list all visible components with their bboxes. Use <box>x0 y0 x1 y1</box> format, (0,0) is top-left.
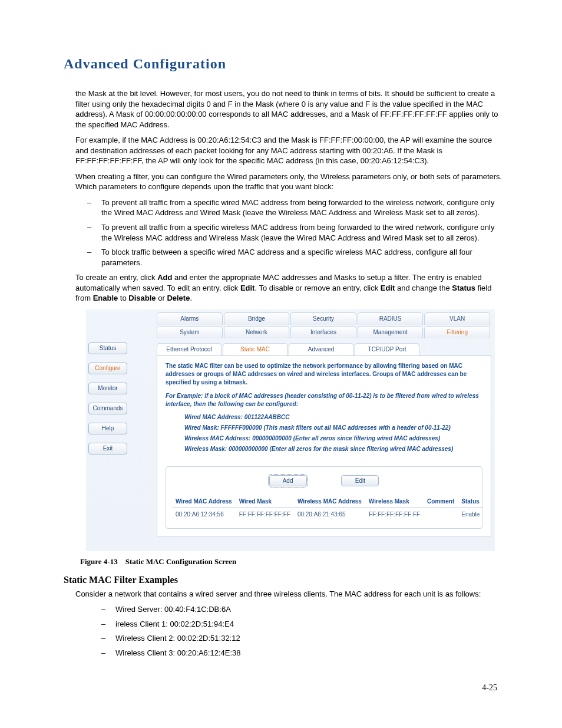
list-item: Wireless Client 2: 00:02:2D:51:32:12 <box>101 633 503 644</box>
tab-radius[interactable]: RADIUS <box>358 312 424 325</box>
cell-wired-mac: 00:20:A6:12:34:56 <box>172 507 236 521</box>
col-wireless-mask: Wireless Mask <box>365 496 424 508</box>
code-line: Wireless MAC Address: 000000000000 (Ente… <box>184 434 482 443</box>
nav-status[interactable]: Status <box>88 342 127 354</box>
table-header-row: Wired MAC Address Wired Mask Wireless MA… <box>172 496 483 508</box>
sidebar-nav: Status Configure Monitor Commands Help E… <box>88 342 128 463</box>
tab-bridge[interactable]: Bridge <box>224 312 290 325</box>
subtab-row: Ethernet Protocol Static MAC Advanced TC… <box>157 343 491 356</box>
paragraph: When creating a filter, you can configur… <box>75 172 503 192</box>
tab-row-2: System Network Interfaces Management Fil… <box>157 326 491 338</box>
cell-wireless-mac: 00:20:A6:21:43:65 <box>294 507 365 521</box>
paragraph: To create an entry, click Add and enter … <box>75 272 503 304</box>
tab-interfaces[interactable]: Interfaces <box>290 326 356 338</box>
nav-monitor[interactable]: Monitor <box>88 383 127 394</box>
tab-security[interactable]: Security <box>290 312 356 325</box>
tab-filtering[interactable]: Filtering <box>424 326 490 338</box>
list-item: ireless Client 1: 00:02:2D:51:94:E4 <box>101 619 503 630</box>
list-item: To block traffic between a specific wire… <box>87 247 503 268</box>
code-line: Wired MAC Address: 001122AABBCC <box>184 413 482 421</box>
col-status: Status <box>458 496 483 508</box>
tab-management[interactable]: Management <box>358 326 424 338</box>
nav-exit[interactable]: Exit <box>88 443 127 454</box>
tab-vlan[interactable]: VLAN <box>424 312 490 325</box>
list-item: Wired Server: 00:40:F4:1C:DB:6A <box>101 604 503 615</box>
col-comment: Comment <box>424 496 458 508</box>
list-item: To prevent all traffic from a specific w… <box>87 222 503 243</box>
mac-filter-table: Wired MAC Address Wired Mask Wireless MA… <box>172 496 483 521</box>
add-button[interactable]: Add <box>269 475 307 486</box>
panel-example-intro: For Example: if a block of MAC addresses… <box>166 392 482 409</box>
paragraph: the Mask at the bit level. However, for … <box>75 88 503 130</box>
cell-wired-mask: FF:FF:FF:FF:FF:FF <box>236 507 294 521</box>
code-line: Wireless Mask: 000000000000 (Enter all z… <box>184 445 482 453</box>
page-title: Advanced Configuration <box>64 56 503 72</box>
code-line: Wired Mask: FFFFFF000000 (This mask filt… <box>184 424 482 432</box>
figure-caption: Figure 4-13 Static MAC Configuration Scr… <box>80 557 503 566</box>
cell-wireless-mask: FF:FF:FF:FF:FF:FF <box>365 507 424 521</box>
tab-network[interactable]: Network <box>224 326 290 338</box>
col-wired-mask: Wired Mask <box>236 496 294 508</box>
nav-help[interactable]: Help <box>88 423 127 434</box>
page-number: 4-25 <box>482 683 497 693</box>
nav-configure[interactable]: Configure <box>88 363 127 374</box>
panel-static-mac: The static MAC filter can be used to opt… <box>157 356 491 536</box>
subtab-tcp-udp-port[interactable]: TCP/UDP Port <box>355 343 419 355</box>
col-wireless-mac: Wireless MAC Address <box>294 496 365 508</box>
nav-commands[interactable]: Commands <box>88 403 127 414</box>
subtab-advanced[interactable]: Advanced <box>289 343 353 355</box>
table-row[interactable]: 00:20:A6:12:34:56 FF:FF:FF:FF:FF:FF 00:2… <box>172 507 483 521</box>
subtab-static-mac[interactable]: Static MAC <box>223 343 287 355</box>
col-wired-mac: Wired MAC Address <box>172 496 236 508</box>
panel-description: The static MAC filter can be used to opt… <box>166 362 482 387</box>
paragraph: Consider a network that contains a wired… <box>75 589 503 599</box>
tab-row-1: Alarms Bridge Security RADIUS VLAN <box>157 312 491 325</box>
paragraph: For example, if the MAC Address is 00:20… <box>75 135 503 166</box>
edit-button[interactable]: Edit <box>341 475 379 486</box>
tab-alarms[interactable]: Alarms <box>157 312 223 325</box>
list-item: To prevent all traffic from a specific w… <box>87 197 503 218</box>
list-item: Wireless Client 3: 00:20:A6:12:4E:38 <box>101 648 503 658</box>
section-heading: Static MAC Filter Examples <box>64 575 503 585</box>
config-screenshot: Status Configure Monitor Commands Help E… <box>86 309 495 551</box>
subtab-ethernet-protocol[interactable]: Ethernet Protocol <box>157 343 222 355</box>
tab-system[interactable]: System <box>157 326 223 338</box>
table-container: Add Edit Wired MAC Address Wired Mask Wi… <box>166 466 482 529</box>
cell-comment <box>424 507 458 521</box>
cell-status: Enable <box>458 507 483 521</box>
